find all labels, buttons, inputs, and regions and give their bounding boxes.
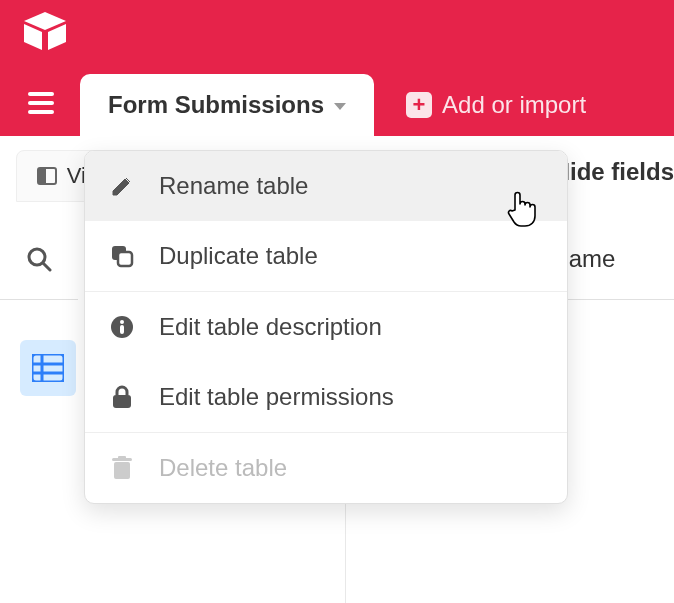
add-or-import-label: Add or import	[442, 91, 586, 119]
svg-marker-1	[24, 24, 42, 50]
hamburger-menu-button[interactable]	[28, 92, 54, 118]
table-context-menu: Rename table Duplicate table Edit table …	[84, 150, 568, 504]
duplicate-icon	[109, 244, 135, 268]
svg-rect-5	[28, 110, 54, 114]
svg-marker-2	[48, 24, 66, 50]
hide-fields-label: Hide fields	[553, 158, 674, 186]
trash-icon	[109, 456, 135, 480]
svg-rect-21	[118, 456, 126, 459]
menu-item-edit-description[interactable]: Edit table description	[85, 292, 567, 362]
svg-rect-3	[28, 92, 54, 96]
menu-item-edit-permissions[interactable]: Edit table permissions	[85, 362, 567, 432]
menu-item-label: Delete table	[159, 454, 287, 482]
svg-rect-9	[32, 354, 64, 382]
search-icon	[26, 246, 52, 272]
svg-point-16	[120, 320, 124, 324]
menu-item-label: Edit table permissions	[159, 383, 394, 411]
svg-rect-4	[28, 101, 54, 105]
svg-rect-17	[120, 325, 124, 334]
search-button[interactable]	[0, 218, 78, 300]
lock-icon	[109, 385, 135, 409]
grid-icon	[32, 354, 64, 382]
svg-line-8	[43, 263, 50, 270]
add-or-import-button[interactable]: + Add or import	[374, 74, 606, 136]
chevron-down-icon	[334, 103, 346, 110]
tab-form-submissions[interactable]: Form Submissions	[80, 74, 374, 136]
pencil-icon	[109, 175, 135, 197]
svg-rect-14	[118, 252, 132, 266]
sidebar-icon	[37, 167, 57, 185]
tab-label: Form Submissions	[108, 91, 324, 119]
info-icon	[109, 315, 135, 339]
menu-item-rename-table[interactable]: Rename table	[85, 151, 567, 221]
svg-rect-18	[113, 395, 131, 408]
menu-item-delete-table: Delete table	[85, 433, 567, 503]
menu-item-label: Rename table	[159, 172, 308, 200]
svg-rect-19	[114, 462, 130, 479]
menu-item-label: Duplicate table	[159, 242, 318, 270]
grid-view-badge[interactable]	[20, 340, 76, 396]
plus-icon: +	[406, 92, 432, 118]
menu-item-duplicate-table[interactable]: Duplicate table	[85, 221, 567, 291]
menu-item-label: Edit table description	[159, 313, 382, 341]
app-logo	[22, 12, 68, 56]
